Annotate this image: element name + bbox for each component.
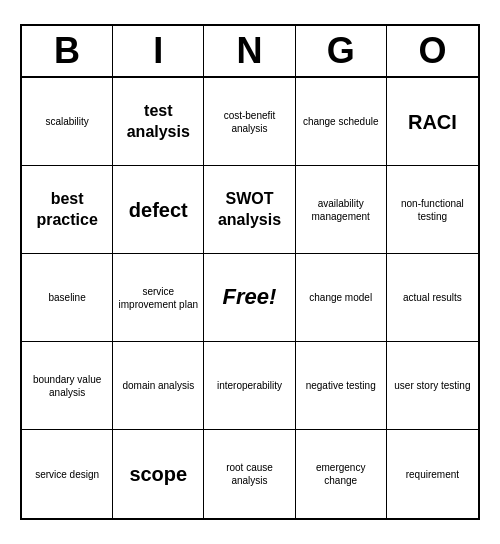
bingo-cell: requirement	[387, 430, 478, 518]
bingo-cell: non-functional testing	[387, 166, 478, 254]
bingo-cell: RACI	[387, 78, 478, 166]
bingo-card: BINGO scalabilitytest analysiscost-benef…	[20, 24, 480, 520]
bingo-cell: test analysis	[113, 78, 204, 166]
bingo-cell: service design	[22, 430, 113, 518]
bingo-cell: SWOT analysis	[204, 166, 295, 254]
bingo-cell: Free!	[204, 254, 295, 342]
bingo-cell: boundary value analysis	[22, 342, 113, 430]
header-letter: O	[387, 26, 478, 76]
bingo-cell: defect	[113, 166, 204, 254]
bingo-cell: root cause analysis	[204, 430, 295, 518]
bingo-cell: domain analysis	[113, 342, 204, 430]
bingo-cell: best practice	[22, 166, 113, 254]
bingo-cell: user story testing	[387, 342, 478, 430]
bingo-header: BINGO	[22, 26, 478, 78]
bingo-cell: service improvement plan	[113, 254, 204, 342]
header-letter: G	[296, 26, 387, 76]
bingo-cell: scope	[113, 430, 204, 518]
bingo-cell: interoperability	[204, 342, 295, 430]
header-letter: I	[113, 26, 204, 76]
bingo-grid: scalabilitytest analysiscost-benefit ana…	[22, 78, 478, 518]
bingo-cell: scalability	[22, 78, 113, 166]
bingo-cell: emergency change	[296, 430, 387, 518]
bingo-cell: baseline	[22, 254, 113, 342]
header-letter: B	[22, 26, 113, 76]
bingo-cell: availability management	[296, 166, 387, 254]
bingo-cell: cost-benefit analysis	[204, 78, 295, 166]
bingo-cell: change schedule	[296, 78, 387, 166]
bingo-cell: change model	[296, 254, 387, 342]
bingo-cell: negative testing	[296, 342, 387, 430]
bingo-cell: actual results	[387, 254, 478, 342]
header-letter: N	[204, 26, 295, 76]
